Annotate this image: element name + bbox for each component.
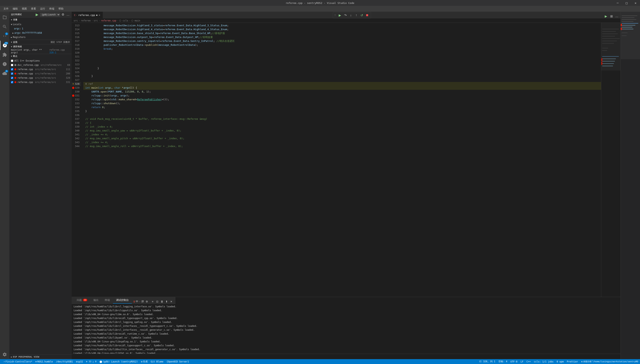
menu-help[interactable]: 帮助 bbox=[57, 6, 65, 11]
activity-explorer[interactable] bbox=[0, 13, 9, 22]
tab-problems[interactable]: 问题 33 bbox=[74, 297, 90, 304]
dbg-step-over-btn[interactable]: ↷ bbox=[343, 13, 348, 18]
status-spaces[interactable]: 空格: 4 bbox=[497, 359, 509, 364]
status-ros[interactable]: ⊗ ROS2.humble bbox=[34, 359, 54, 364]
bp-all-exceptions[interactable]: All C++ Exceptions bbox=[9, 58, 72, 63]
tab-close-button[interactable]: ✕ bbox=[98, 14, 100, 16]
activity-problems[interactable] bbox=[0, 60, 9, 69]
maximize-button[interactable]: □ bbox=[622, 0, 631, 6]
panel-maximize-btn[interactable]: ⬆ bbox=[164, 299, 169, 304]
debug-console-content[interactable]: Loaded '/opt/ros/humble/lib/librcl_loggi… bbox=[72, 304, 620, 354]
minimap[interactable] bbox=[601, 23, 620, 297]
activity-search[interactable] bbox=[0, 22, 9, 31]
bp-item-3[interactable]: referee.cpp src/referee/src 329 bbox=[9, 76, 72, 80]
callstack-header[interactable]: ▼ 调用堆栈 bbox=[9, 44, 72, 49]
start-debug-button[interactable]: ▶ bbox=[35, 12, 39, 17]
split-editor-button[interactable]: ⊞ bbox=[609, 14, 614, 18]
status-encoding[interactable]: UTF-8 bbox=[509, 359, 519, 364]
dbg-restart-btn[interactable]: ↺ bbox=[359, 13, 364, 18]
menu-run[interactable]: 运行 bbox=[38, 6, 47, 11]
openocd-name: {OpenOCD Server} bbox=[166, 360, 189, 363]
registers-group[interactable]: ▶ Registers bbox=[9, 35, 72, 39]
bp-exceptions-check[interactable] bbox=[11, 60, 13, 62]
panel-clear-btn[interactable]: 🗑 bbox=[160, 299, 164, 304]
bc-file[interactable]: referee.cpp bbox=[101, 19, 116, 22]
status-debug-launch[interactable]: ⬤ (gdb) Launch (sentryROS2) bbox=[98, 359, 140, 364]
bc-referee[interactable]: referee bbox=[81, 19, 91, 22]
bc-main[interactable]: ⬡ main bbox=[131, 19, 140, 22]
status-prettier[interactable]: Prettier bbox=[565, 359, 580, 364]
status-position[interactable]: 行 328, 列 1 bbox=[478, 359, 497, 364]
run-code-button[interactable]: ▶ bbox=[604, 14, 608, 18]
panel-filter-btn[interactable]: ≡ bbox=[150, 299, 155, 304]
menu-terminal[interactable]: 终端 bbox=[48, 6, 56, 11]
callstack-item[interactable]: main(int argc, char ** argv) referee.cpp… bbox=[9, 49, 72, 53]
activity-test[interactable]: 1 bbox=[0, 69, 9, 78]
bp-2-check[interactable] bbox=[11, 72, 13, 75]
panel-scroll-lock-btn[interactable]: ⊡ bbox=[155, 299, 160, 304]
tab-output[interactable]: 输出 bbox=[90, 297, 102, 304]
code-content[interactable]: message_RobotDecision.highland_3_status=… bbox=[83, 23, 601, 297]
debug-settings-button[interactable]: ⚙ bbox=[61, 12, 65, 17]
argv-colon: : bbox=[20, 32, 22, 34]
watch-header[interactable]: ▼ 监视 固定 step 回数并 bbox=[9, 40, 72, 44]
bc-ccls[interactable]: ⬡ ccls bbox=[119, 19, 128, 22]
dbg-step-out-btn[interactable]: ↑ bbox=[354, 13, 359, 18]
status-ccls[interactable]: ccls: 1/1 jobs bbox=[532, 359, 555, 364]
debug-config-select[interactable]: (gdb) Launch bbox=[40, 13, 60, 16]
dbg-step-into-btn[interactable]: ↓ bbox=[348, 13, 353, 18]
status-branch[interactable]: ⚡ Finish-Controllers* bbox=[2, 359, 34, 364]
more-actions-button[interactable]: … bbox=[615, 14, 619, 18]
variables-header[interactable]: ▼ 变量 bbox=[9, 18, 72, 22]
status-analysis-error[interactable]: ⊗ 未能分析"/home/luxingyu/workstation/sentry… bbox=[580, 359, 638, 364]
status-eol[interactable]: LF bbox=[519, 359, 525, 364]
bp-item-1[interactable]: referee.cpp src/referee/src 111 bbox=[9, 67, 72, 72]
bp-item-2[interactable]: referee.cpp src/referee/src 280 bbox=[9, 72, 72, 76]
menu-edit[interactable]: 编辑 bbox=[11, 6, 19, 11]
bp-3-file: referee.cpp bbox=[18, 76, 33, 79]
status-device[interactable]: /dev/ttyUSB1 bbox=[54, 359, 74, 364]
bp-1-check[interactable] bbox=[11, 68, 13, 70]
bp-item-4[interactable]: referee.cpp src/referee/src 331 bbox=[9, 80, 72, 84]
locals-group[interactable]: ▼ Locals bbox=[9, 22, 72, 26]
tab-debug-console[interactable]: 调试控制台 bbox=[113, 297, 132, 304]
esp-header[interactable]: ▶ ESP PERIPHERAL VIEW bbox=[9, 355, 72, 359]
bp-0-check[interactable] bbox=[11, 64, 13, 66]
tab-debug-console-label: 调试控制台 bbox=[116, 298, 129, 302]
bp-4-check[interactable] bbox=[11, 81, 13, 83]
status-wpm[interactable]: 0 wpm bbox=[555, 359, 565, 364]
tab-modified: ● bbox=[96, 14, 98, 16]
dbg-continue-btn[interactable]: ▶ bbox=[337, 13, 342, 18]
dbg-stop-btn[interactable]: ⏹ bbox=[364, 13, 370, 18]
menu-selection[interactable]: 视图 bbox=[20, 6, 28, 11]
menu-view[interactable]: 查看 bbox=[30, 6, 38, 11]
argv-item[interactable]: ▶ argv : 0x7fffffffcb58 bbox=[9, 31, 72, 35]
argc-item[interactable]: argc : 1 bbox=[9, 26, 72, 31]
ime-pin: 拼 bbox=[142, 300, 144, 303]
drag-handle[interactable]: ⠿ bbox=[334, 14, 336, 17]
tab-referee-cpp[interactable]: C· referee.cpp ● ✕ bbox=[72, 12, 103, 18]
status-openocd[interactable]: {OpenOCD Server} bbox=[165, 359, 191, 364]
debug-input[interactable] bbox=[73, 355, 619, 358]
ime-settings-btn[interactable]: ⚙ bbox=[145, 299, 149, 304]
status-git-blame[interactable]: Git Blame bbox=[149, 359, 165, 364]
activity-extensions[interactable] bbox=[0, 50, 9, 60]
debug-more-button[interactable]: … bbox=[66, 12, 70, 17]
breakpoints-header[interactable]: ▼ 断点 bbox=[9, 54, 72, 58]
activity-git[interactable]: 1 bbox=[0, 31, 9, 41]
close-button[interactable]: ✕ bbox=[631, 0, 640, 6]
activity-settings[interactable] bbox=[0, 350, 9, 359]
bc-src[interactable]: src bbox=[74, 19, 78, 22]
bc-src2[interactable]: src bbox=[94, 19, 98, 22]
status-build[interactable]: ⚙ 生成 bbox=[140, 359, 149, 364]
status-errors[interactable]: ⊗ 33 △ 0 bbox=[84, 359, 98, 364]
menu-file[interactable]: 文件 bbox=[2, 6, 10, 11]
panel-close-btn[interactable]: ✕ bbox=[169, 299, 174, 304]
tab-terminal[interactable]: 终端 bbox=[102, 297, 113, 304]
minimize-button[interactable]: ─ bbox=[613, 0, 622, 6]
bp-3-check[interactable] bbox=[11, 77, 13, 79]
bp-item-0[interactable]: dvc_referee.cpp src/referee/src 69 bbox=[9, 63, 72, 67]
status-esp[interactable]: esp32 bbox=[74, 359, 84, 364]
status-language[interactable]: C++ bbox=[525, 359, 532, 364]
activity-debug[interactable]: 29 bbox=[0, 41, 9, 50]
